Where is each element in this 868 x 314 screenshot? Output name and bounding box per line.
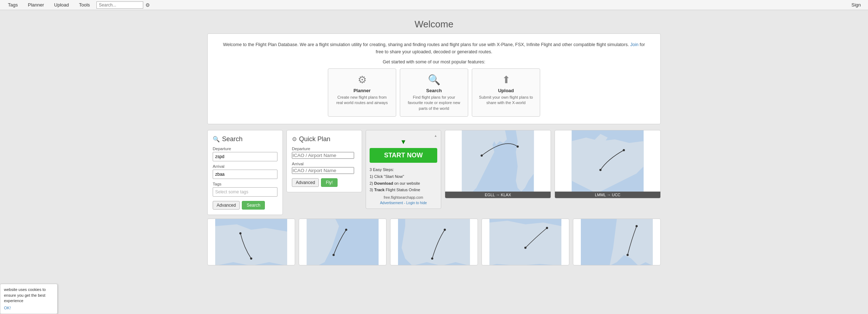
nav-item-planner[interactable]: Planner [23,1,49,9]
lower-grid: 🔍 Search Departure Arrival Tags Advanced… [207,130,661,215]
search-button[interactable]: Search [242,201,265,210]
map-caption-2: LMML → UCC [555,192,660,198]
join-link[interactable]: Join [630,42,638,47]
bottom-svg-3 [390,219,478,265]
search-title: Search [406,88,462,93]
tags-label: Tags [213,182,277,186]
ad-login-link[interactable]: Advertisement - Login to hide [380,201,427,205]
map-card-lmml-ucc[interactable]: LMML → UCC [555,130,661,198]
svg-point-13 [444,229,446,231]
gear-icon[interactable]: ⚙ [145,2,150,8]
advanced-button[interactable]: Advanced [213,201,240,210]
planner-desc: Create new flight plans from real world … [334,95,390,106]
svg-point-1 [517,145,519,148]
qp-arrival-input[interactable] [292,167,354,174]
search-input[interactable] [96,1,143,9]
svg-point-2 [481,154,483,157]
upload-icon: ⬆ [478,74,534,86]
bottom-svg-2 [299,219,386,265]
svg-point-14 [431,257,433,260]
svg-point-10 [345,229,347,231]
search-btn-row: Advanced Search [213,201,277,210]
welcome-title: Welcome [207,14,661,33]
svg-point-5 [623,149,625,151]
tags-input[interactable] [213,187,277,197]
qp-departure-label: Departure [292,147,357,151]
upload-desc: Submit your own flight plans to share wi… [478,95,534,106]
features-row: ⚙ Planner Create new flight plans from r… [222,68,646,117]
welcome-box: Welcome to the Flight Plan Database. We … [207,33,661,124]
ad-login: Advertisement - Login to hide [380,201,427,205]
planner-title: Planner [334,88,390,93]
sign-in-link[interactable]: Sign [847,1,865,9]
quick-plan-panel: ⚙ Quick Plan Departure Arrival Advanced … [286,130,362,192]
search-panel-icon: 🔍 [213,136,220,143]
quick-plan-title: ⚙ Quick Plan [292,135,357,143]
bottom-map-5[interactable] [573,219,661,265]
svg-point-7 [239,232,241,234]
ad-box: ▲ ▼ START NOW 3 Easy Steps: 1) Click "St… [366,130,441,209]
nav-item-upload[interactable]: Upload [49,1,74,9]
map-svg-2 [555,130,660,192]
qp-advanced-button[interactable]: Advanced [292,178,319,187]
map-caption-1: EGLL → KLAX [445,192,551,198]
search-feature-icon: 🔍 [406,74,462,86]
qp-departure-input[interactable] [292,152,354,159]
map-svg-1 [445,130,551,192]
departure-label: Departure [213,147,277,151]
search-panel: 🔍 Search Departure Arrival Tags Advanced… [207,130,283,215]
planner-icon: ⚙ [334,74,390,86]
ad-url: free.flightsearchapp.com [384,196,423,199]
nav-item-tools[interactable]: Tools [74,1,95,9]
map-card-egll-klax[interactable]: EGLL → KLAX [445,130,551,198]
upload-title: Upload [478,88,534,93]
bottom-svg-4 [482,219,569,265]
map-area-1 [445,130,551,192]
navbar: Tags Planner Upload Tools ⚙ Sign [0,0,868,10]
features-subtitle: Get started with some of our most popula… [222,58,646,66]
welcome-body: Welcome to the Flight Plan Database. We … [222,41,646,55]
feature-upload[interactable]: ⬆ Upload Submit your own flight plans to… [472,68,540,117]
arrival-input[interactable] [213,170,277,179]
ad-label: ▲ [370,134,437,138]
arrival-label: Arrival [213,164,277,169]
ad-start-button[interactable]: START NOW [370,148,437,163]
search-panel-title: 🔍 Search [213,135,277,143]
main-content: Welcome Welcome to the Flight Plan Datab… [200,10,668,269]
bottom-row [207,219,661,265]
search-wrap: ⚙ [96,1,150,9]
svg-point-16 [546,227,548,229]
bottom-map-2[interactable] [299,219,386,265]
bottom-map-1[interactable] [207,219,295,265]
qp-btn-row: Advanced Fly! [292,178,357,187]
bottom-svg-5 [573,219,660,265]
bottom-svg-1 [208,219,295,265]
quick-plan-icon: ⚙ [292,136,297,143]
svg-point-19 [636,225,638,227]
svg-point-4 [600,169,602,171]
search-desc: Find flight plans for your favourite rou… [406,95,462,111]
bottom-map-4[interactable] [482,219,569,265]
feature-planner[interactable]: ⚙ Planner Create new flight plans from r… [328,68,396,117]
svg-point-17 [524,247,526,249]
svg-point-20 [627,254,629,256]
bottom-map-3[interactable] [390,219,478,265]
departure-input[interactable] [213,152,277,161]
svg-point-8 [250,257,252,260]
map-area-2 [555,130,660,192]
feature-search[interactable]: 🔍 Search Find flight plans for your favo… [400,68,468,117]
svg-point-11 [333,254,335,256]
ad-steps: 3 Easy Steps: 1) Click "Start Now" 2) Do… [370,166,437,193]
qp-fly-button[interactable]: Fly! [321,178,337,187]
nav-item-tags[interactable]: Tags [3,1,23,9]
qp-arrival-label: Arrival [292,162,357,166]
ad-triangle-icon: ▼ [400,138,407,146]
